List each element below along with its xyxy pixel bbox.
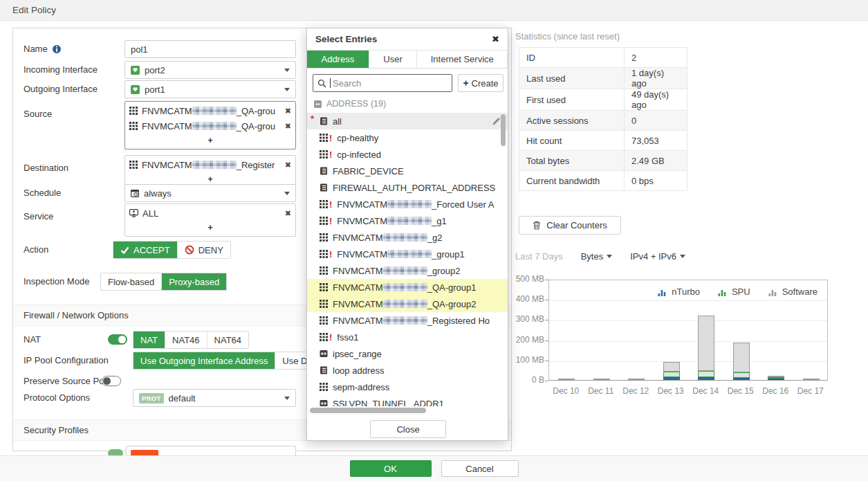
statistics-cell: 0 bps bbox=[625, 171, 687, 191]
tab-user[interactable]: User bbox=[369, 51, 418, 68]
redacted-text bbox=[192, 107, 237, 115]
add-entry-button[interactable]: + bbox=[129, 134, 291, 147]
address-group-icon bbox=[320, 250, 328, 258]
bar-segment-software bbox=[663, 362, 680, 372]
address-list-item[interactable]: SSLVPN_TUNNEL_ADDR1 bbox=[307, 395, 508, 406]
option-nat[interactable]: NAT bbox=[133, 332, 165, 348]
selected-entry[interactable]: FNVMCATM_QA-grou✖ bbox=[129, 118, 291, 134]
address-list-item[interactable]: FIREWALL_AUTH_PORTAL_ADDRESS bbox=[307, 179, 508, 196]
clear-counters-button[interactable]: Clear Counters bbox=[519, 216, 621, 235]
incoming-interface-value: port2 bbox=[145, 65, 165, 75]
address-list-item[interactable]: FNVMCATM_QA-group2 bbox=[307, 296, 508, 312]
gridline bbox=[549, 320, 827, 321]
address-list-item[interactable]: FNVMCATM_group2 bbox=[307, 262, 508, 279]
outgoing-interface-select[interactable]: port1 bbox=[124, 80, 296, 98]
deny-icon bbox=[185, 245, 194, 255]
address-list-item[interactable]: FNVMCATM_Registered Ho bbox=[307, 312, 508, 329]
address-list-item[interactable]: !fsso1 bbox=[307, 329, 508, 345]
address-list-item[interactable]: FNVMCATM_QA-group1 bbox=[307, 279, 508, 296]
address-group-icon bbox=[320, 283, 328, 291]
option-proxy-based[interactable]: Proxy-based bbox=[162, 273, 226, 290]
address-list-item[interactable]: !FNVMCATM_Forced User A bbox=[307, 196, 508, 212]
option-flow-based[interactable]: Flow-based bbox=[101, 273, 162, 290]
address-list-item[interactable]: !FNVMCATM_g1 bbox=[307, 212, 508, 229]
entry-label: loop address bbox=[333, 365, 501, 376]
legend-bars-icon bbox=[768, 288, 777, 296]
source-entry-box[interactable]: FNVMCATM_QA-grou✖FNVMCATM_QA-grou✖+ bbox=[124, 101, 296, 149]
redacted-text bbox=[387, 200, 432, 208]
cancel-button[interactable]: Cancel bbox=[441, 460, 519, 477]
name-label-row: Name bbox=[24, 40, 62, 58]
select-entries-panel: Select Entries ✖ AddressUserInternet Ser… bbox=[306, 28, 508, 441]
statistics-cell: 1 day(s) ago bbox=[625, 68, 687, 89]
remove-entry-icon[interactable]: ✖ bbox=[285, 161, 291, 170]
bar-segment-software bbox=[803, 379, 820, 380]
nat-toggle[interactable] bbox=[108, 334, 127, 345]
destination-entry-box[interactable]: FNVMCATM_Register✖+ bbox=[124, 155, 296, 188]
alert-icon: ! bbox=[329, 216, 332, 226]
entry-label: fsso1 bbox=[337, 332, 501, 343]
option-deny[interactable]: DENY bbox=[178, 242, 230, 258]
remove-entry-icon[interactable]: ✖ bbox=[285, 107, 291, 116]
select-entries-header: Select Entries ✖ bbox=[307, 28, 508, 50]
selected-entry[interactable]: FNVMCATM_Register✖ bbox=[129, 157, 291, 172]
ok-button[interactable]: OK bbox=[350, 460, 432, 477]
tab-internet-service[interactable]: Internet Service bbox=[417, 51, 508, 68]
x-axis-label: Dec 14 bbox=[688, 386, 723, 396]
address-list-item[interactable]: loop address bbox=[307, 362, 508, 379]
option-nat64[interactable]: NAT64 bbox=[207, 332, 249, 348]
entry-label: FNVMCATM_g1 bbox=[337, 216, 501, 226]
search-input[interactable]: Search bbox=[313, 74, 452, 92]
preserve-source-port-toggle[interactable] bbox=[102, 376, 121, 386]
bytes-dropdown[interactable]: Bytes bbox=[581, 251, 613, 262]
schedule-select[interactable]: always bbox=[124, 184, 296, 202]
tab-address[interactable]: Address bbox=[307, 51, 369, 68]
option-accept[interactable]: ACCEPT bbox=[113, 242, 178, 258]
address-list-item[interactable]: FABRIC_DEVICE bbox=[307, 163, 508, 179]
redacted-text bbox=[383, 300, 427, 308]
protocol-options-label: Protocol Options bbox=[24, 389, 90, 407]
y-axis-tick bbox=[545, 341, 548, 341]
close-button[interactable]: Close bbox=[370, 420, 446, 438]
alert-icon: ! bbox=[329, 149, 332, 160]
remove-entry-icon[interactable]: ✖ bbox=[285, 209, 291, 218]
address-book-icon bbox=[320, 183, 328, 192]
entry-label: FNVMCATM_g2 bbox=[333, 233, 501, 243]
protocol-options-select[interactable]: PROT default bbox=[133, 389, 296, 407]
address-list-item[interactable]: *all bbox=[307, 113, 508, 129]
entry-label: FNVMCATM_group2 bbox=[333, 266, 501, 276]
add-entry-button[interactable]: + bbox=[129, 221, 291, 235]
selected-entry[interactable]: ALL✖ bbox=[129, 206, 291, 221]
address-list-item[interactable]: !cp-infected bbox=[307, 146, 508, 163]
x-axis-label: Dec 11 bbox=[584, 386, 619, 396]
entry-label: FNVMCATM_Registered Ho bbox=[333, 316, 501, 326]
statistics-row: Last used1 day(s) ago bbox=[519, 68, 687, 89]
address-list-item[interactable]: !cp-healthy bbox=[307, 129, 508, 146]
address-list-item[interactable]: ipsec_range bbox=[307, 345, 508, 362]
address-group-header[interactable]: ADDRESS (19) bbox=[314, 99, 386, 109]
selected-entry[interactable]: FNVMCATM_QA-grou✖ bbox=[129, 103, 291, 118]
address-list-item[interactable]: !FNVMCATM_group1 bbox=[307, 246, 508, 262]
incoming-interface-select[interactable]: port2 bbox=[124, 61, 296, 79]
bar-segment-spu bbox=[733, 372, 750, 378]
horizontal-scrollbar[interactable] bbox=[310, 408, 426, 413]
bar-segment-spu bbox=[698, 371, 714, 377]
option-nat46[interactable]: NAT46 bbox=[165, 332, 207, 348]
address-list-item[interactable]: FNVMCATM_g2 bbox=[307, 229, 508, 246]
option-use-outgoing-interface-address[interactable]: Use Outgoing Interface Address bbox=[133, 352, 275, 369]
bar-segment-nturbo bbox=[698, 377, 714, 380]
alert-icon: ! bbox=[329, 332, 332, 343]
close-icon[interactable]: ✖ bbox=[492, 34, 499, 44]
edit-pencil-icon[interactable] bbox=[492, 117, 501, 126]
alert-icon: ! bbox=[329, 133, 332, 143]
create-button[interactable]: + Create bbox=[458, 74, 504, 92]
chevron-down-icon bbox=[284, 192, 290, 195]
ip-family-dropdown[interactable]: IPv4 + IPv6 bbox=[630, 251, 685, 262]
service-entry-box[interactable]: ALL✖+ bbox=[124, 203, 296, 237]
entry-label: FNVMCATM_QA-group2 bbox=[333, 299, 501, 309]
vertical-scrollbar[interactable] bbox=[501, 114, 506, 146]
remove-entry-icon[interactable]: ✖ bbox=[285, 122, 291, 131]
address-list-item[interactable]: sepm-address bbox=[307, 379, 508, 395]
chevron-down-icon bbox=[284, 397, 290, 400]
name-input[interactable]: pol1 bbox=[124, 40, 296, 58]
